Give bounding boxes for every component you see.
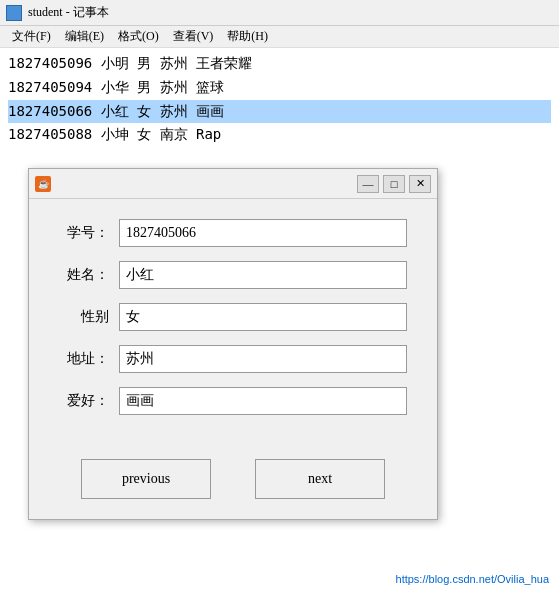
watermark: https://blog.csdn.net/Ovilia_hua	[396, 573, 549, 585]
restore-button[interactable]: □	[383, 175, 405, 193]
notepad-title: student - 记事本	[28, 4, 109, 21]
menu-file[interactable]: 文件(F)	[6, 27, 57, 46]
menu-edit[interactable]: 编辑(E)	[59, 27, 110, 46]
form-row-address: 地址：	[59, 345, 407, 373]
address-input[interactable]	[119, 345, 407, 373]
form-row-id: 学号：	[59, 219, 407, 247]
form-row-hobby: 爱好：	[59, 387, 407, 415]
dialog-titlebar-left: ☕	[35, 176, 51, 192]
menu-help[interactable]: 帮助(H)	[221, 27, 274, 46]
form-row-gender: 性别	[59, 303, 407, 331]
menu-format[interactable]: 格式(O)	[112, 27, 165, 46]
menu-view[interactable]: 查看(V)	[167, 27, 220, 46]
dialog-titlebar-controls: — □ ✕	[357, 175, 431, 193]
dialog-buttons: previous next	[29, 449, 437, 519]
address-label: 地址：	[59, 350, 109, 368]
gender-label: 性别	[59, 308, 109, 326]
minimize-button[interactable]: —	[357, 175, 379, 193]
java-icon: ☕	[35, 176, 51, 192]
close-button[interactable]: ✕	[409, 175, 431, 193]
hobby-label: 爱好：	[59, 392, 109, 410]
notepad-content: 1827405096 小明 男 苏州 王者荣耀 1827405094 小华 男 …	[0, 48, 559, 168]
form-row-name: 姓名：	[59, 261, 407, 289]
notepad-titlebar: student - 记事本	[0, 0, 559, 26]
hobby-input[interactable]	[119, 387, 407, 415]
dialog-titlebar: ☕ — □ ✕	[29, 169, 437, 199]
dialog-window: ☕ — □ ✕ 学号： 姓名： 性别 地址： 爱	[28, 168, 438, 520]
notepad-icon	[6, 5, 22, 21]
id-label: 学号：	[59, 224, 109, 242]
previous-button[interactable]: previous	[81, 459, 211, 499]
notepad-line-1: 1827405096 小明 男 苏州 王者荣耀	[8, 52, 551, 76]
dialog-body: 学号： 姓名： 性别 地址： 爱好：	[29, 199, 437, 449]
next-button[interactable]: next	[255, 459, 385, 499]
id-input[interactable]	[119, 219, 407, 247]
notepad-line-4: 1827405088 小坤 女 南京 Rap	[8, 123, 551, 147]
gender-input[interactable]	[119, 303, 407, 331]
name-input[interactable]	[119, 261, 407, 289]
notepad-line-2: 1827405094 小华 男 苏州 篮球	[8, 76, 551, 100]
name-label: 姓名：	[59, 266, 109, 284]
notepad-line-3: 1827405066 小红 女 苏州 画画	[8, 100, 551, 124]
notepad-menubar: 文件(F) 编辑(E) 格式(O) 查看(V) 帮助(H)	[0, 26, 559, 48]
